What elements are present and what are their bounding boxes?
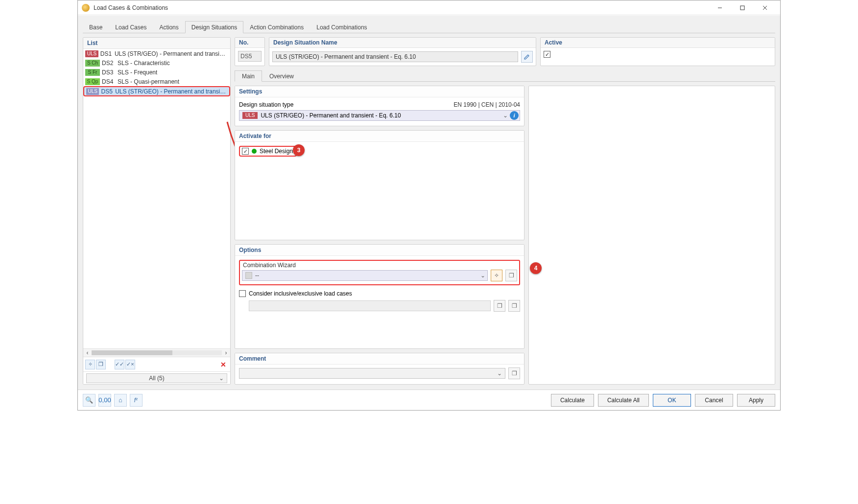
tab-actions[interactable]: Actions — [153, 21, 185, 33]
tab-design-situations[interactable]: Design Situations — [185, 21, 243, 33]
consider-field — [249, 300, 491, 311]
design-type-value: ULS (STR/GEO) - Permanent and transient … — [261, 112, 401, 119]
list-item[interactable]: S ChDS2SLS - Characteristic — [83, 58, 230, 68]
list-panel: List ULSDS1ULS (STR/GEO) - Permanent and… — [83, 37, 231, 385]
delete-button[interactable]: ✕ — [218, 360, 228, 369]
steel-design-label: Steel Design — [260, 148, 293, 155]
list-item-code: DS4 — [102, 78, 116, 85]
callout-3: 3 — [293, 144, 305, 156]
chevron-down-icon: ⌄ — [503, 112, 508, 119]
info-icon[interactable]: i — [510, 111, 519, 120]
no-label: No. — [235, 38, 264, 48]
scroll-left-icon[interactable]: ‹ — [83, 349, 92, 357]
main-tabs: BaseLoad CasesActionsDesign SituationsAc… — [83, 21, 775, 33]
name-input[interactable] — [272, 51, 518, 62]
list-filter-row: All (5) ⌄ — [83, 371, 230, 384]
list-toolbar: ✧ ❐ ✓✓ ✓× ✕ — [83, 357, 230, 371]
list-body[interactable]: ULSDS1ULS (STR/GEO) - Permanent and tran… — [83, 49, 230, 348]
list-item-code: DS5 — [101, 88, 113, 95]
cancel-button[interactable]: Cancel — [695, 394, 733, 407]
list-item-tag: S Ch — [85, 60, 100, 67]
maximize-button[interactable] — [731, 0, 754, 15]
design-type-dropdown[interactable]: ULS ULS (STR/GEO) - Permanent and transi… — [239, 110, 520, 121]
tab-action-combinations[interactable]: Action Combinations — [243, 21, 310, 33]
subtabs: MainOverview — [235, 70, 775, 82]
consider-label: Consider inclusive/exclusive load cases — [249, 290, 352, 297]
copy-item-button[interactable]: ❐ — [96, 360, 106, 369]
comment-group: Comment ⌄ ❐ — [235, 353, 524, 385]
titlebar: Load Cases & Combinations — [78, 0, 780, 15]
help-button[interactable]: 🔍 — [83, 394, 95, 407]
tab-load-combinations[interactable]: Load Combinations — [310, 21, 373, 33]
list-item-text: ULS (STR/GEO) - Permanent and transient … — [115, 88, 227, 95]
list-item-tag: ULS — [85, 50, 98, 57]
structure-button[interactable]: ⌂ — [114, 394, 127, 407]
active-checkbox[interactable] — [544, 51, 550, 58]
svg-rect-1 — [740, 6, 744, 10]
settings-group: Settings Design situation type EN 1990 |… — [235, 86, 524, 126]
list-item-text: SLS - Quasi-permanent — [118, 78, 179, 85]
subtab-main[interactable]: Main — [235, 70, 262, 82]
list-item-code: DS2 — [102, 60, 116, 67]
check-all-button[interactable]: ✓✓ — [115, 360, 124, 369]
comment-dropdown[interactable]: ⌄ — [239, 368, 505, 379]
list-item[interactable]: S QpDS4SLS - Quasi-permanent — [83, 77, 230, 86]
list-item-tag: S Qp — [85, 78, 100, 85]
chevron-down-icon: ⌄ — [219, 375, 224, 382]
active-field-box: Active — [540, 37, 775, 66]
list-header: List — [83, 38, 230, 49]
design-type-standard: EN 1990 | CEN | 2010-04 — [453, 101, 520, 108]
app-icon — [82, 4, 90, 12]
list-item[interactable]: ULSDS5ULS (STR/GEO) - Permanent and tran… — [83, 86, 230, 96]
function-button[interactable]: fᶻ — [130, 394, 143, 407]
steel-design-checkbox[interactable] — [242, 148, 249, 155]
swatch-icon — [245, 272, 252, 279]
status-dot-icon — [252, 149, 257, 154]
minimize-button[interactable] — [709, 0, 731, 15]
window-title: Load Cases & Combinations — [94, 4, 168, 11]
combo-wizard-dropdown[interactable]: -- ⌄ — [242, 270, 488, 281]
list-item-text: ULS (STR/GEO) - Permanent and transient … — [115, 50, 228, 57]
units-button[interactable]: 0,00 — [98, 394, 111, 407]
edit-name-button[interactable] — [521, 51, 533, 63]
close-button[interactable] — [754, 0, 776, 15]
consider-new-button[interactable]: ❐ — [494, 300, 505, 312]
no-input[interactable] — [238, 51, 262, 62]
tab-load-cases[interactable]: Load Cases — [109, 21, 153, 33]
ok-button[interactable]: OK — [653, 394, 691, 407]
comment-edit-button[interactable]: ❐ — [508, 367, 520, 379]
combo-wizard-value: -- — [255, 272, 259, 279]
apply-button[interactable]: Apply — [737, 394, 775, 407]
scroll-right-icon[interactable]: › — [222, 349, 230, 357]
consider-edit-button[interactable]: ❐ — [508, 300, 520, 312]
chevron-down-icon: ⌄ — [497, 370, 502, 377]
options-header: Options — [235, 245, 524, 256]
activate-header: Activate for — [235, 131, 524, 142]
steel-design-option[interactable]: Steel Design — [239, 146, 297, 157]
list-item-code: DS1 — [100, 50, 113, 57]
uncheck-all-button[interactable]: ✓× — [125, 360, 135, 369]
active-label: Active — [541, 38, 775, 48]
list-hscrollbar[interactable]: ‹ › — [83, 348, 230, 357]
name-label: Design Situation Name — [269, 38, 536, 48]
list-item-tag: ULS — [86, 88, 99, 95]
combo-new-button[interactable]: ✧ — [491, 270, 502, 281]
comment-header: Comment — [235, 353, 524, 365]
list-item[interactable]: ULSDS1ULS (STR/GEO) - Permanent and tran… — [83, 49, 230, 58]
calculate-button[interactable]: Calculate — [551, 394, 594, 407]
consider-checkbox[interactable] — [239, 290, 246, 297]
list-item-code: DS3 — [102, 69, 116, 76]
combo-wizard-label: Combination Wizard — [243, 262, 517, 269]
chevron-down-icon: ⌄ — [480, 272, 485, 279]
name-field-box: Design Situation Name — [269, 37, 536, 66]
options-group: Options Combination Wizard -- ⌄ — [235, 244, 524, 349]
subtab-overview[interactable]: Overview — [262, 70, 301, 82]
calculate-all-button[interactable]: Calculate All — [598, 394, 649, 407]
activate-group: Activate for Steel Design 3 — [235, 130, 524, 240]
list-filter-dropdown[interactable]: All (5) ⌄ — [86, 373, 227, 383]
list-item[interactable]: S FrDS3SLS - Frequent — [83, 68, 230, 77]
combo-edit-button[interactable]: ❐ — [505, 270, 517, 281]
tab-base[interactable]: Base — [83, 21, 109, 33]
list-item-text: SLS - Frequent — [118, 69, 157, 76]
new-item-button[interactable]: ✧ — [85, 360, 95, 369]
